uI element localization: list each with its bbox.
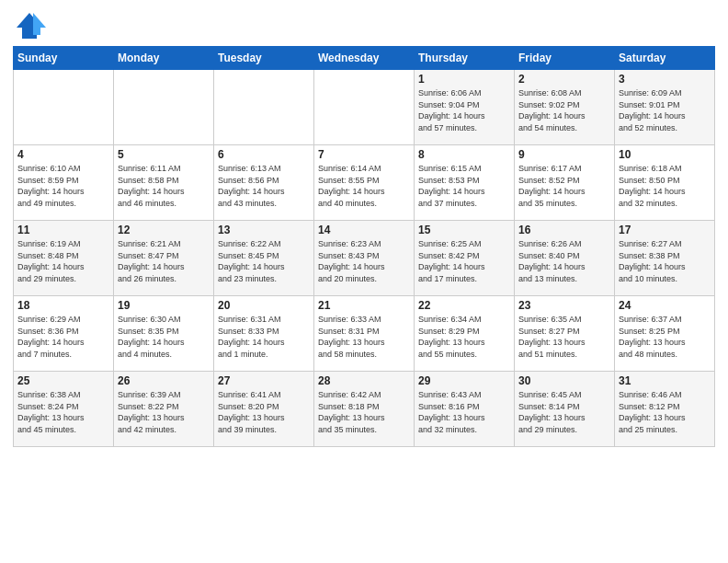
header-row: SundayMondayTuesdayWednesdayThursdayFrid… [14,47,715,70]
day-info: Sunrise: 6:31 AM Sunset: 8:33 PM Dayligh… [218,314,310,360]
day-info: Sunrise: 6:11 AM Sunset: 8:58 PM Dayligh… [118,163,210,209]
day-info: Sunrise: 6:06 AM Sunset: 9:04 PM Dayligh… [418,87,510,133]
day-info: Sunrise: 6:14 AM Sunset: 8:55 PM Dayligh… [318,163,410,209]
day-number: 8 [418,148,510,161]
day-cell: 19Sunrise: 6:30 AM Sunset: 8:35 PM Dayli… [114,296,214,372]
day-cell: 14Sunrise: 6:23 AM Sunset: 8:43 PM Dayli… [314,221,415,296]
day-info: Sunrise: 6:33 AM Sunset: 8:31 PM Dayligh… [318,314,410,360]
day-info: Sunrise: 6:42 AM Sunset: 8:18 PM Dayligh… [318,389,410,435]
day-number: 31 [619,374,711,387]
day-cell: 10Sunrise: 6:18 AM Sunset: 8:50 PM Dayli… [615,145,715,221]
day-number: 16 [518,224,610,236]
week-row-3: 11Sunrise: 6:19 AM Sunset: 8:48 PM Dayli… [14,221,715,296]
day-info: Sunrise: 6:35 AM Sunset: 8:27 PM Dayligh… [518,314,610,360]
calendar-header: SundayMondayTuesdayWednesdayThursdayFrid… [14,47,715,70]
day-number: 3 [619,73,711,86]
page-container: SundayMondayTuesdayWednesdayThursdayFrid… [0,0,728,563]
week-row-4: 18Sunrise: 6:29 AM Sunset: 8:36 PM Dayli… [14,296,715,372]
day-info: Sunrise: 6:19 AM Sunset: 8:48 PM Dayligh… [17,238,109,284]
header-day-monday: Monday [114,47,214,70]
day-number: 9 [518,148,610,161]
day-cell [314,70,415,145]
day-info: Sunrise: 6:21 AM Sunset: 8:47 PM Dayligh… [118,238,210,284]
svg-marker-1 [33,13,46,35]
calendar-table: SundayMondayTuesdayWednesdayThursdayFrid… [13,46,715,447]
day-info: Sunrise: 6:18 AM Sunset: 8:50 PM Dayligh… [619,163,711,209]
day-number: 27 [218,374,310,387]
day-number: 12 [118,224,210,236]
day-number: 15 [418,224,510,236]
logo-icon [13,9,46,42]
day-cell: 3Sunrise: 6:09 AM Sunset: 9:01 PM Daylig… [615,70,715,145]
day-info: Sunrise: 6:17 AM Sunset: 8:52 PM Dayligh… [518,163,610,209]
day-cell: 30Sunrise: 6:45 AM Sunset: 8:14 PM Dayli… [515,372,615,447]
day-info: Sunrise: 6:08 AM Sunset: 9:02 PM Dayligh… [518,87,610,133]
day-cell: 15Sunrise: 6:25 AM Sunset: 8:42 PM Dayli… [415,221,515,296]
day-info: Sunrise: 6:46 AM Sunset: 8:12 PM Dayligh… [619,389,711,435]
day-number: 1 [418,73,510,86]
day-cell: 26Sunrise: 6:39 AM Sunset: 8:22 PM Dayli… [114,372,214,447]
day-number: 11 [17,224,109,236]
day-cell: 9Sunrise: 6:17 AM Sunset: 8:52 PM Daylig… [515,145,615,221]
day-number: 25 [17,374,109,387]
day-info: Sunrise: 6:23 AM Sunset: 8:43 PM Dayligh… [318,238,410,284]
day-info: Sunrise: 6:30 AM Sunset: 8:35 PM Dayligh… [118,314,210,360]
day-cell: 12Sunrise: 6:21 AM Sunset: 8:47 PM Dayli… [114,221,214,296]
day-info: Sunrise: 6:45 AM Sunset: 8:14 PM Dayligh… [518,389,610,435]
day-number: 30 [518,374,610,387]
day-cell: 18Sunrise: 6:29 AM Sunset: 8:36 PM Dayli… [14,296,114,372]
day-cell: 21Sunrise: 6:33 AM Sunset: 8:31 PM Dayli… [314,296,415,372]
header-day-thursday: Thursday [415,47,515,70]
day-number: 20 [218,299,310,312]
day-cell: 27Sunrise: 6:41 AM Sunset: 8:20 PM Dayli… [214,372,314,447]
day-number: 21 [318,299,410,312]
day-number: 7 [318,148,410,161]
day-number: 28 [318,374,410,387]
day-cell: 31Sunrise: 6:46 AM Sunset: 8:12 PM Dayli… [615,372,715,447]
day-number: 14 [318,224,410,236]
day-number: 26 [118,374,210,387]
day-number: 4 [17,148,109,161]
day-cell: 22Sunrise: 6:34 AM Sunset: 8:29 PM Dayli… [415,296,515,372]
day-info: Sunrise: 6:34 AM Sunset: 8:29 PM Dayligh… [418,314,510,360]
header [13,9,715,42]
day-number: 23 [518,299,610,312]
day-cell: 17Sunrise: 6:27 AM Sunset: 8:38 PM Dayli… [615,221,715,296]
day-info: Sunrise: 6:29 AM Sunset: 8:36 PM Dayligh… [17,314,109,360]
day-cell: 20Sunrise: 6:31 AM Sunset: 8:33 PM Dayli… [214,296,314,372]
day-info: Sunrise: 6:43 AM Sunset: 8:16 PM Dayligh… [418,389,510,435]
day-cell: 7Sunrise: 6:14 AM Sunset: 8:55 PM Daylig… [314,145,415,221]
day-cell: 16Sunrise: 6:26 AM Sunset: 8:40 PM Dayli… [515,221,615,296]
day-number: 19 [118,299,210,312]
day-cell: 25Sunrise: 6:38 AM Sunset: 8:24 PM Dayli… [14,372,114,447]
day-cell: 23Sunrise: 6:35 AM Sunset: 8:27 PM Dayli… [515,296,615,372]
day-info: Sunrise: 6:27 AM Sunset: 8:38 PM Dayligh… [619,238,711,284]
day-cell: 4Sunrise: 6:10 AM Sunset: 8:59 PM Daylig… [14,145,114,221]
day-info: Sunrise: 6:13 AM Sunset: 8:56 PM Dayligh… [218,163,310,209]
header-day-saturday: Saturday [615,47,715,70]
day-cell: 1Sunrise: 6:06 AM Sunset: 9:04 PM Daylig… [415,70,515,145]
day-number: 13 [218,224,310,236]
day-info: Sunrise: 6:22 AM Sunset: 8:45 PM Dayligh… [218,238,310,284]
day-number: 17 [619,224,711,236]
week-row-2: 4Sunrise: 6:10 AM Sunset: 8:59 PM Daylig… [14,145,715,221]
day-number: 2 [518,73,610,86]
day-info: Sunrise: 6:41 AM Sunset: 8:20 PM Dayligh… [218,389,310,435]
day-cell: 28Sunrise: 6:42 AM Sunset: 8:18 PM Dayli… [314,372,415,447]
calendar-body: 1Sunrise: 6:06 AM Sunset: 9:04 PM Daylig… [14,70,715,447]
day-cell: 29Sunrise: 6:43 AM Sunset: 8:16 PM Dayli… [415,372,515,447]
logo [13,9,50,42]
day-number: 24 [619,299,711,312]
day-cell: 6Sunrise: 6:13 AM Sunset: 8:56 PM Daylig… [214,145,314,221]
day-info: Sunrise: 6:10 AM Sunset: 8:59 PM Dayligh… [17,163,109,209]
header-day-friday: Friday [515,47,615,70]
day-number: 5 [118,148,210,161]
week-row-5: 25Sunrise: 6:38 AM Sunset: 8:24 PM Dayli… [14,372,715,447]
day-cell [14,70,114,145]
day-number: 18 [17,299,109,312]
day-cell: 24Sunrise: 6:37 AM Sunset: 8:25 PM Dayli… [615,296,715,372]
day-info: Sunrise: 6:38 AM Sunset: 8:24 PM Dayligh… [17,389,109,435]
day-info: Sunrise: 6:39 AM Sunset: 8:22 PM Dayligh… [118,389,210,435]
day-info: Sunrise: 6:26 AM Sunset: 8:40 PM Dayligh… [518,238,610,284]
day-cell: 13Sunrise: 6:22 AM Sunset: 8:45 PM Dayli… [214,221,314,296]
